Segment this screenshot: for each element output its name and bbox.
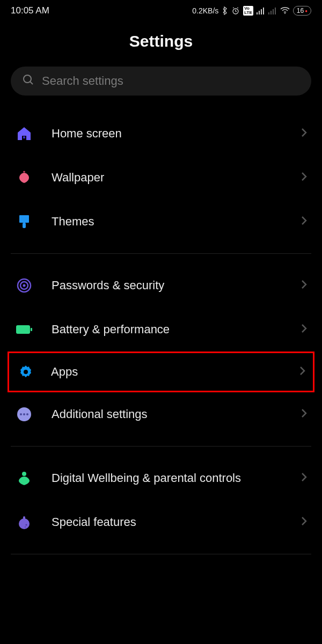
home-icon [15,125,33,143]
chevron-right-icon [301,408,307,420]
item-label: Digital Wellbeing & parental controls [52,471,282,486]
settings-list: Home screen Wallpaper Themes Passwords &… [0,112,322,554]
apps-icon [17,363,35,381]
svg-point-24 [26,413,28,415]
svg-rect-19 [31,328,32,331]
item-label: Passwords & security [52,278,282,294]
alarm-icon [231,6,240,15]
item-label: Additional settings [52,407,282,422]
settings-item-passwords-security[interactable]: Passwords & security [0,264,322,308]
svg-rect-2 [259,11,260,14]
svg-rect-11 [23,136,25,138]
bluetooth-icon [222,6,228,15]
settings-item-wallpaper[interactable]: Wallpaper [0,156,322,200]
chevron-right-icon [301,280,307,291]
battery-icon [15,320,33,339]
svg-point-10 [24,75,31,83]
settings-item-battery-performance[interactable]: Battery & performance [0,308,322,352]
search-input[interactable]: Search settings [11,67,311,96]
svg-rect-3 [261,9,262,14]
chevron-right-icon [301,324,307,335]
svg-point-12 [23,171,25,173]
divider [11,554,311,554]
status-bar: 10:05 AM 0.2KB/s VoLTE 16 [0,0,322,21]
svg-point-9 [284,13,286,14]
fingerprint-icon [15,276,33,295]
divider [11,446,311,447]
settings-item-themes[interactable]: Themes [0,200,322,244]
svg-point-23 [23,413,25,415]
themes-icon [15,213,33,231]
settings-item-home-screen[interactable]: Home screen [0,112,322,156]
chevron-right-icon [301,516,307,528]
additional-icon [15,405,33,423]
signal2-icon [268,7,277,14]
svg-rect-4 [263,8,264,14]
settings-item-apps[interactable]: Apps [8,352,314,392]
settings-item-digital-wellbeing[interactable]: Digital Wellbeing & parental controls [0,456,322,500]
svg-rect-27 [23,516,25,521]
search-icon [23,74,34,88]
chevron-right-icon [301,216,307,228]
chevron-right-icon [299,366,305,378]
battery-indicator: 16 [293,6,311,16]
svg-point-28 [26,524,27,526]
wifi-icon [280,7,290,14]
svg-rect-5 [268,12,269,14]
chevron-right-icon [301,472,307,484]
special-icon [15,513,33,531]
chevron-right-icon [301,128,307,140]
search-placeholder: Search settings [42,74,123,88]
divider [11,253,311,254]
wellbeing-icon [15,469,33,487]
svg-rect-6 [270,11,272,14]
volte-icon: VoLTE [243,6,253,16]
svg-point-25 [22,472,26,476]
settings-item-additional-settings[interactable]: Additional settings [0,392,322,436]
item-label: Special features [52,515,282,530]
status-time: 10:05 AM [11,5,49,16]
data-rate: 0.2KB/s [192,6,218,15]
svg-rect-1 [257,12,258,14]
item-label: Themes [52,214,282,230]
svg-point-17 [23,284,26,287]
item-label: Apps [51,364,283,380]
status-indicators: 0.2KB/s VoLTE 16 [192,6,311,16]
svg-rect-18 [16,325,30,334]
svg-rect-7 [273,9,274,14]
svg-point-29 [25,526,26,528]
svg-rect-14 [23,223,26,228]
item-label: Battery & performance [52,322,282,338]
page-title: Settings [0,21,322,67]
svg-point-20 [24,370,28,374]
settings-item-special-features[interactable]: Special features [0,500,322,544]
svg-rect-13 [19,215,29,223]
svg-rect-8 [275,8,276,14]
svg-point-22 [20,413,22,415]
item-label: Home screen [52,126,282,142]
chevron-right-icon [301,172,307,184]
wallpaper-icon [15,169,33,187]
item-label: Wallpaper [52,170,282,186]
signal-icon [257,7,265,14]
